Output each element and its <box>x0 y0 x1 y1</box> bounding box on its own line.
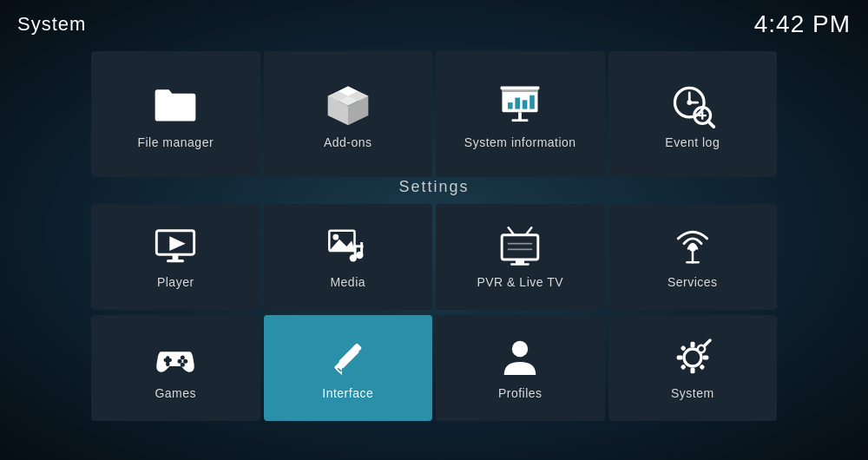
system-icon <box>671 336 714 379</box>
svg-rect-10 <box>523 100 528 108</box>
svg-point-58 <box>689 354 696 361</box>
svg-point-34 <box>356 252 363 259</box>
top-bar: System 4:42 PM <box>0 0 868 48</box>
tile-add-ons[interactable]: Add-ons <box>264 51 433 177</box>
svg-rect-12 <box>518 112 522 120</box>
settings-row1: Player Media <box>0 204 868 310</box>
tile-pvr-live-tv[interactable]: PVR & Live TV <box>436 204 605 310</box>
app-title: System <box>17 13 86 36</box>
svg-rect-11 <box>529 95 535 108</box>
tile-system-label: System <box>671 386 714 400</box>
folder-icon <box>151 80 200 128</box>
svg-rect-62 <box>702 356 708 360</box>
player-icon <box>154 225 197 268</box>
tile-player-label: Player <box>157 275 194 289</box>
presentation-icon <box>496 80 544 128</box>
tile-file-manager-label: File manager <box>137 135 214 149</box>
svg-rect-60 <box>690 368 694 374</box>
profiles-icon <box>498 336 542 379</box>
svg-rect-63 <box>680 345 686 352</box>
tile-games[interactable]: Games <box>91 315 260 421</box>
svg-point-28 <box>332 234 339 240</box>
top-tiles-row: File manager Add-ons <box>0 48 868 181</box>
tile-system-information[interactable]: System information <box>436 51 605 177</box>
tile-system[interactable]: System <box>608 315 778 421</box>
services-icon <box>671 225 714 268</box>
tile-services-label: Services <box>667 275 718 289</box>
svg-point-68 <box>698 345 705 352</box>
svg-point-57 <box>512 341 528 357</box>
media-icon <box>326 225 370 268</box>
svg-rect-25 <box>173 254 179 260</box>
svg-line-20 <box>707 121 713 127</box>
tile-pvr-live-tv-label: PVR & Live TV <box>477 275 563 289</box>
svg-line-56 <box>342 368 345 371</box>
svg-point-47 <box>181 356 185 360</box>
tile-media-label: Media <box>330 275 365 289</box>
tile-interface-label: Interface <box>322 386 373 400</box>
event-log-icon <box>668 80 717 128</box>
svg-rect-66 <box>699 364 705 370</box>
tile-add-ons-label: Add-ons <box>324 135 372 149</box>
settings-row2: Games Interface Profiles <box>0 315 868 421</box>
svg-point-48 <box>183 359 187 364</box>
tile-games-label: Games <box>155 386 196 400</box>
svg-marker-29 <box>329 240 354 251</box>
tile-profiles-label: Profiles <box>498 386 542 400</box>
svg-rect-9 <box>516 97 521 108</box>
settings-label: Settings <box>0 178 868 196</box>
tile-player[interactable]: Player <box>91 204 260 310</box>
svg-rect-26 <box>167 260 184 262</box>
svg-rect-41 <box>510 263 529 266</box>
svg-rect-59 <box>690 342 694 348</box>
interface-icon <box>326 336 370 379</box>
box-icon <box>324 80 372 128</box>
tile-interface[interactable]: Interface <box>264 315 433 421</box>
svg-rect-8 <box>508 102 513 108</box>
svg-point-33 <box>349 254 356 261</box>
clock: 4:42 PM <box>754 10 851 38</box>
tile-profiles[interactable]: Profiles <box>436 315 605 421</box>
svg-rect-65 <box>680 364 686 370</box>
tv-icon <box>498 225 542 268</box>
svg-marker-24 <box>170 236 186 251</box>
svg-rect-46 <box>164 358 172 362</box>
svg-rect-61 <box>676 356 682 360</box>
tile-event-log-label: Event log <box>665 135 720 149</box>
svg-rect-32 <box>353 245 363 247</box>
svg-point-50 <box>181 363 185 367</box>
tile-services[interactable]: Services <box>608 204 778 310</box>
tile-media[interactable]: Media <box>264 204 433 310</box>
tile-event-log[interactable]: Event log <box>608 51 778 177</box>
svg-point-49 <box>178 359 182 364</box>
tile-file-manager[interactable]: File manager <box>91 51 260 177</box>
svg-rect-35 <box>502 235 538 260</box>
gamepad-icon <box>154 336 197 379</box>
tile-system-information-label: System information <box>464 135 576 149</box>
svg-rect-14 <box>501 86 540 89</box>
